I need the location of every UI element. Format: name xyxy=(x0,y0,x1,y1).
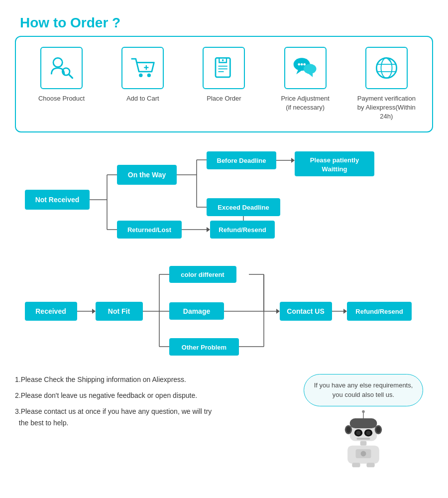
svg-text:Please patiently: Please patiently xyxy=(310,156,359,164)
choose-product-icon-box xyxy=(40,47,83,89)
price-adjustment-icon-box xyxy=(284,47,327,89)
robot-icon xyxy=(338,409,388,469)
page-title: How to Order ? xyxy=(20,15,120,31)
speech-line2: you could also tell us. xyxy=(333,391,394,398)
svg-text:Returned/Lost: Returned/Lost xyxy=(127,226,172,234)
svg-rect-91 xyxy=(356,438,370,440)
choose-product-label: Choose Product xyxy=(38,94,85,103)
place-order-label: Place Order xyxy=(207,94,241,103)
svg-point-99 xyxy=(361,451,366,456)
document-icon xyxy=(210,54,237,82)
svg-point-0 xyxy=(53,58,62,67)
payment-verification-label: Payment verificationby Aliexpress(Within… xyxy=(351,94,421,122)
svg-text:On the Way: On the Way xyxy=(128,171,166,179)
note-2: 2.Please don't leave us negative feedbac… xyxy=(15,390,284,401)
svg-point-16 xyxy=(298,63,300,66)
speech-line1: If you have any else requirements, xyxy=(314,381,413,389)
svg-point-4 xyxy=(147,74,151,77)
payment-verification-icon-box xyxy=(365,47,408,89)
step-add-to-cart: Add to Cart xyxy=(108,47,178,103)
svg-point-18 xyxy=(303,63,306,66)
section-title-area: How to Order ? xyxy=(0,0,448,36)
svg-point-17 xyxy=(301,63,303,66)
price-adjustment-label: Price Adjustment(if necessary) xyxy=(281,94,330,112)
svg-marker-15 xyxy=(308,74,313,77)
svg-text:Contact US: Contact US xyxy=(287,307,324,315)
svg-text:Other Problem: Other Problem xyxy=(182,344,226,351)
speech-bubble: If you have any else requirements, you c… xyxy=(304,374,424,406)
svg-point-19 xyxy=(376,58,396,78)
flowchart-received: Received Not Fit color different Damage … xyxy=(0,257,448,364)
svg-point-90 xyxy=(366,430,370,435)
svg-point-20 xyxy=(381,58,392,78)
cart-icon xyxy=(129,54,156,82)
svg-text:Refund/Resend: Refund/Resend xyxy=(355,308,403,315)
svg-marker-55 xyxy=(92,309,96,314)
robot-area: If you have any else requirements, you c… xyxy=(294,374,433,469)
svg-line-2 xyxy=(69,74,72,78)
svg-text:Waitting: Waitting xyxy=(322,165,347,173)
flowchart-not-received: Not Received On the Way Before Deadline … xyxy=(0,132,448,257)
svg-text:Before Deadline: Before Deadline xyxy=(217,157,266,164)
add-to-cart-icon-box xyxy=(121,47,164,89)
globe-icon xyxy=(373,54,400,82)
svg-marker-76 xyxy=(276,309,280,314)
svg-rect-86 xyxy=(350,418,377,428)
svg-point-8 xyxy=(222,59,224,61)
svg-text:color different: color different xyxy=(181,271,224,278)
step-payment-verification: Payment verificationby Aliexpress(Within… xyxy=(351,47,421,122)
svg-text:Damage: Damage xyxy=(183,307,211,315)
how-to-order-box: Choose Product Add to Cart xyxy=(15,36,433,132)
svg-text:Received: Received xyxy=(35,307,66,315)
svg-text:Not Received: Not Received xyxy=(35,196,80,204)
notes-section: 1.Please Check the Shipping information … xyxy=(0,364,448,479)
notes-text-area: 1.Please Check the Shipping information … xyxy=(15,374,284,434)
svg-point-84 xyxy=(362,410,364,412)
svg-text:Refund/Resend: Refund/Resend xyxy=(219,226,266,234)
note-3: 3.Please contact us at once if you have … xyxy=(15,406,284,428)
svg-rect-101 xyxy=(366,463,374,467)
svg-marker-48 xyxy=(207,227,210,232)
note-1: 1.Please Check the Shipping information … xyxy=(15,374,284,385)
place-order-icon-box xyxy=(203,47,245,89)
chat-bubbles-icon xyxy=(292,54,319,82)
svg-point-95 xyxy=(346,426,350,433)
svg-marker-36 xyxy=(291,158,295,163)
title-plain: How to xyxy=(20,15,70,30)
add-to-cart-label: Add to Cart xyxy=(126,94,159,103)
step-place-order: Place Order xyxy=(189,47,259,103)
svg-text:Exceed Deadline: Exceed Deadline xyxy=(218,204,269,211)
svg-point-89 xyxy=(356,430,360,435)
svg-rect-100 xyxy=(352,463,360,467)
svg-rect-92 xyxy=(360,441,367,445)
svg-point-14 xyxy=(303,64,316,74)
svg-point-3 xyxy=(139,74,142,77)
title-highlight: Order ? xyxy=(70,15,120,30)
svg-marker-80 xyxy=(343,309,347,314)
search-person-icon xyxy=(48,54,75,82)
step-choose-product: Choose Product xyxy=(27,47,97,103)
svg-text:Not Fit: Not Fit xyxy=(108,307,130,315)
step-price-adjustment: Price Adjustment(if necessary) xyxy=(270,47,340,112)
flowchart2-svg: Received Not Fit color different Damage … xyxy=(15,262,433,359)
svg-point-97 xyxy=(376,426,380,433)
flowchart1-svg: Not Received On the Way Before Deadline … xyxy=(15,147,433,252)
